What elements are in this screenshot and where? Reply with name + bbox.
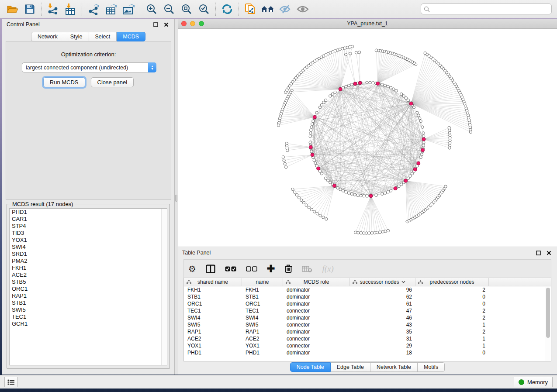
network-node[interactable] (365, 232, 368, 234)
table-cell[interactable]: dominator (283, 294, 350, 300)
network-hub-node[interactable] (358, 81, 362, 85)
column-header-shared-name[interactable]: shared name (184, 278, 242, 286)
network-hub-node[interactable] (421, 148, 425, 152)
network-node[interactable] (402, 95, 405, 97)
table-cell[interactable]: connector (283, 308, 350, 314)
hide-selected-icon[interactable] (277, 1, 294, 17)
network-node[interactable] (362, 232, 365, 234)
network-node[interactable] (295, 193, 298, 196)
network-node[interactable] (322, 101, 325, 104)
tab-edge-table[interactable]: Edge Table (331, 362, 370, 372)
network-node[interactable] (316, 212, 318, 215)
network-node[interactable] (424, 52, 426, 55)
network-hub-node[interactable] (313, 115, 316, 119)
table-cell[interactable]: PHD1 (184, 350, 242, 356)
network-node[interactable] (389, 189, 392, 192)
float-panel-icon[interactable] (534, 249, 542, 257)
optimization-criterion-select[interactable]: largest connected component (undirected)… (22, 62, 156, 72)
table-cell[interactable]: RAP1 (242, 329, 283, 335)
table-cell[interactable]: dominator (283, 301, 350, 307)
network-node[interactable] (422, 135, 425, 138)
list-item[interactable]: STB1 (10, 299, 167, 306)
network-hub-node[interactable] (394, 187, 397, 190)
list-item[interactable]: YOX1 (10, 237, 167, 244)
show-all-icon[interactable] (294, 1, 311, 17)
tab-network[interactable]: Network (31, 32, 64, 41)
table-cell[interactable]: YOX1 (184, 343, 242, 349)
tab-node-table[interactable]: Node Table (290, 362, 331, 372)
save-session-icon[interactable] (21, 1, 38, 17)
memory-button[interactable]: Memory (514, 377, 553, 387)
deselect-all-icon[interactable] (246, 262, 257, 275)
network-node[interactable] (411, 172, 413, 175)
import-table-icon[interactable] (62, 1, 79, 17)
table-cell[interactable]: 2 (415, 308, 489, 314)
list-scrollbar[interactable] (161, 209, 167, 365)
network-node[interactable] (355, 51, 357, 54)
table-cell[interactable]: dominator (283, 287, 350, 293)
table-cell[interactable]: ORC1 (242, 301, 283, 307)
network-node[interactable] (298, 196, 300, 199)
network-node[interactable] (354, 231, 357, 234)
zoom-fit-icon[interactable] (178, 1, 195, 17)
network-hub-node[interactable] (413, 168, 417, 171)
zoom-out-icon[interactable] (160, 1, 178, 17)
list-item[interactable]: FKH1 (10, 265, 167, 272)
network-node[interactable] (300, 199, 303, 201)
table-cell[interactable]: 1 (415, 343, 489, 349)
network-node[interactable] (363, 195, 365, 197)
network-node[interactable] (314, 162, 317, 164)
network-node[interactable] (310, 208, 313, 211)
float-panel-icon[interactable] (152, 21, 159, 28)
network-node[interactable] (366, 195, 368, 197)
open-file-icon[interactable] (3, 1, 21, 17)
split-columns-icon[interactable] (206, 262, 215, 275)
network-node[interactable] (353, 193, 356, 196)
table-row[interactable]: SWI4SWI4dominator462 (184, 314, 551, 321)
vertical-splitter[interactable] (175, 19, 178, 375)
add-column-icon[interactable]: ✚ (267, 262, 275, 275)
table-scrollbar[interactable] (545, 287, 550, 361)
list-item[interactable]: SRD1 (10, 251, 167, 258)
network-node[interactable] (356, 194, 359, 196)
close-panel-button[interactable]: Close panel (91, 77, 134, 87)
column-header-mcds-role[interactable]: MCDS role (283, 278, 350, 286)
network-node[interactable] (347, 84, 350, 87)
table-cell[interactable]: dominator (283, 350, 350, 356)
network-node[interactable] (384, 230, 387, 233)
table-cell[interactable]: TEC1 (184, 308, 242, 314)
network-window-titlebar[interactable]: YPA_prune.txt_1 (178, 19, 557, 29)
table-cell[interactable]: FKH1 (242, 287, 283, 293)
network-node[interactable] (387, 85, 389, 88)
network-node[interactable] (368, 232, 370, 234)
list-item[interactable]: ORC1 (10, 285, 167, 292)
network-node[interactable] (320, 172, 323, 175)
table-row[interactable]: ACE2ACE2connector311 (184, 335, 551, 342)
list-item[interactable]: SWI4 (10, 244, 167, 251)
network-node[interactable] (400, 93, 403, 95)
network-node[interactable] (422, 141, 425, 144)
table-cell[interactable]: 0 (415, 301, 489, 307)
table-cell[interactable]: 46 (350, 315, 415, 321)
table-cell[interactable]: 96 (350, 287, 415, 293)
tab-mcds[interactable]: MCDS (117, 32, 145, 41)
network-node[interactable] (310, 150, 313, 153)
network-node[interactable] (358, 51, 360, 54)
network-node[interactable] (421, 126, 424, 128)
network-node[interactable] (320, 103, 323, 106)
network-node[interactable] (422, 144, 425, 147)
network-node[interactable] (381, 230, 384, 233)
table-cell[interactable]: 1 (415, 336, 489, 342)
network-hub-node[interactable] (332, 184, 336, 188)
task-history-button[interactable] (4, 377, 17, 387)
list-item[interactable]: STB5 (10, 279, 167, 285)
list-item[interactable]: PMA2 (10, 258, 167, 265)
table-row[interactable]: STB1STB1dominator620 (184, 293, 551, 300)
table-cell[interactable]: 35 (350, 329, 415, 335)
table-cell[interactable]: TEC1 (242, 308, 283, 314)
network-canvas[interactable] (178, 29, 557, 246)
network-node[interactable] (284, 162, 286, 165)
network-node[interactable] (283, 159, 285, 162)
list-item[interactable]: RAP1 (10, 292, 167, 299)
list-item[interactable]: TEC1 (10, 313, 167, 320)
